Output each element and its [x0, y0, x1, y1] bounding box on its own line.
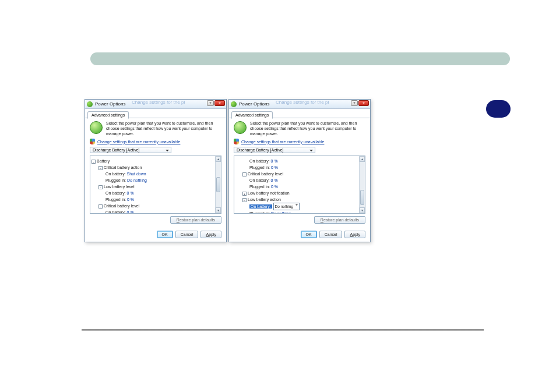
uac-shield-icon [90, 139, 95, 144]
power-options-dialog-left: Change settings for the pl Power Options… [85, 99, 227, 242]
apply-button[interactable]: Apply [200, 231, 221, 238]
settings-tree[interactable]: On battery: 0 % Plugged in: 0 % −Critica… [234, 156, 365, 214]
power-options-dialog-right: Change settings for the pl Power Options… [228, 99, 371, 242]
ok-button[interactable]: OK [157, 231, 173, 238]
tree-node-critical-level[interactable]: Critical battery level [248, 172, 283, 176]
tree-node-low-level[interactable]: Low battery level [104, 185, 135, 189]
power-plan-icon [234, 121, 247, 134]
tree-label: On battery: [105, 191, 126, 195]
window-title: Power Options [239, 101, 269, 107]
tree-toggle[interactable]: − [242, 198, 247, 202]
restore-defaults-button[interactable]: RRestore plan defaultsestore plan defaul… [170, 216, 221, 224]
tree-node-low-action[interactable]: Low battery action [248, 197, 281, 202]
tree-value[interactable]: 0 % [127, 210, 134, 214]
help-button[interactable]: ? [207, 100, 214, 106]
tree-label: Plugged in: [105, 178, 126, 182]
dialogs-row: Change settings for the pl Power Options… [85, 99, 371, 242]
description-text: Select the power plan that you want to c… [250, 121, 365, 136]
window-buttons: ? X [207, 100, 225, 106]
tree-toggle[interactable]: − [242, 172, 247, 176]
restore-defaults-button[interactable]: Restore plan defaults [314, 216, 365, 224]
titlebar[interactable]: Change settings for the pl Power Options… [85, 100, 226, 109]
tab-row: Advanced settings [85, 109, 226, 118]
background-window-text: Change settings for the pl [132, 100, 185, 105]
window-buttons: ? X [351, 100, 369, 106]
tree-label: Plugged in: [105, 197, 126, 202]
ok-button[interactable]: OK [301, 231, 317, 238]
tab-advanced-settings[interactable]: Advanced settings [87, 111, 129, 119]
tree-value[interactable]: 0 % [127, 197, 134, 202]
close-button[interactable]: X [358, 100, 369, 106]
tree-node-critical-level[interactable]: Critical battery level [104, 204, 139, 208]
tree-toggle[interactable]: − [92, 160, 96, 164]
help-button[interactable]: ? [351, 100, 358, 106]
tree-toggle[interactable]: − [98, 185, 103, 189]
cancel-button[interactable]: Cancel [319, 231, 343, 238]
tree-toggle[interactable]: − [98, 166, 103, 170]
power-plan-icon [90, 121, 103, 134]
titlebar[interactable]: Change settings for the pl Power Options… [229, 100, 370, 109]
tree-value[interactable]: 0 % [271, 159, 278, 163]
tab-advanced-settings[interactable]: Advanced settings [231, 111, 273, 119]
scrollbar[interactable]: ▲ ▼ [215, 156, 221, 213]
apply-button[interactable]: Apply [344, 231, 365, 238]
value-editor-combo[interactable]: Do nothing [273, 203, 300, 210]
tab-row: Advanced settings [229, 109, 370, 118]
settings-tree[interactable]: −Battery −Critical battery action On bat… [90, 156, 221, 214]
power-icon [87, 101, 93, 107]
power-plan-select[interactable]: Discharge Battery [Active] [90, 147, 171, 153]
tree-label: On battery: [249, 178, 270, 182]
dialog-body: Select the power plan that you want to c… [85, 118, 226, 227]
change-unavailable-link[interactable]: Change settings that are currently unava… [241, 140, 324, 144]
power-plan-select[interactable]: Discharge Battery [Active] [234, 147, 315, 153]
close-button[interactable]: X [214, 100, 225, 106]
tree-value[interactable]: 0 % [271, 178, 278, 182]
tree-value[interactable]: 0 % [271, 185, 278, 189]
tree-toggle[interactable]: + [242, 192, 247, 196]
dialog-body: Select the power plan that you want to c… [229, 118, 370, 227]
tree-value[interactable]: Shut down [127, 172, 146, 176]
scroll-up-icon[interactable]: ▲ [360, 156, 365, 162]
tree-label: On battery: [249, 159, 270, 163]
tree-value[interactable]: 0 % [271, 165, 278, 169]
uac-shield-icon [234, 139, 239, 144]
change-unavailable-link[interactable]: Change settings that are currently unava… [97, 140, 180, 144]
tree-node-critical-action[interactable]: Critical battery action [104, 165, 142, 169]
tree-value[interactable]: 0 % [127, 191, 134, 195]
page-number-badge [486, 100, 511, 118]
tree-label: On battery: [105, 210, 126, 214]
window-title: Power Options [95, 101, 125, 107]
cancel-button[interactable]: Cancel [175, 231, 199, 238]
tree-label: Plugged in: [249, 165, 270, 169]
tree-toggle[interactable]: − [98, 204, 103, 209]
scroll-thumb[interactable] [216, 177, 220, 192]
scroll-down-icon[interactable]: ▼ [216, 207, 221, 213]
scroll-up-icon[interactable]: ▲ [216, 156, 221, 162]
tree-value[interactable]: Do nothing [127, 178, 147, 182]
background-window-text: Change settings for the pl [276, 100, 329, 105]
tree-node-battery[interactable]: Battery [97, 159, 110, 163]
scroll-thumb[interactable] [360, 190, 364, 205]
footer-rule [82, 329, 484, 331]
scroll-down-icon[interactable]: ▼ [360, 207, 365, 213]
tree-label-selected[interactable]: On battery: [249, 204, 272, 209]
tree-node-low-notification[interactable]: Low battery notification [248, 191, 290, 195]
header-decor-bar [90, 52, 510, 65]
tree-label: Plugged in: [249, 211, 270, 214]
tree-value[interactable]: Do nothing [271, 211, 291, 214]
power-icon [231, 101, 237, 107]
description-text: Select the power plan that you want to c… [106, 121, 221, 136]
scrollbar[interactable]: ▲ ▼ [359, 156, 365, 213]
tree-label: Plugged in: [249, 185, 270, 189]
tree-label: On battery: [105, 172, 126, 176]
